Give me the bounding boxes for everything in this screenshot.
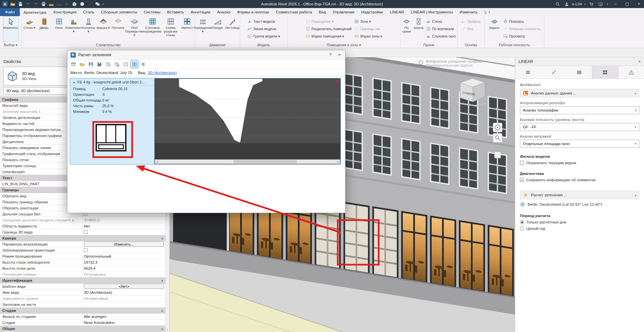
save-as-button[interactable] <box>96 60 104 68</box>
tab-вид[interactable]: Вид <box>315 8 329 16</box>
qat-customize-caret-icon[interactable]: ▾ <box>102 3 104 6</box>
linear-tab-warnings[interactable] <box>619 66 644 78</box>
ribbon-button-zone[interactable]: Зона ▾ <box>353 18 383 25</box>
ribbon-button-curtain-grid[interactable]: Схема разрезки стены <box>162 16 180 41</box>
tab-linear-|-инструменты[interactable]: LINEAR | Инструменты <box>408 8 457 16</box>
radio-row[interactable]: Целый год <box>520 226 639 230</box>
close-button[interactable]: × <box>634 0 644 8</box>
checkbox[interactable] <box>520 161 524 165</box>
collapse-icon[interactable]: ▲ <box>72 80 75 84</box>
checkbox[interactable]: ✓ <box>520 178 524 182</box>
user-menu-caret-icon[interactable]: ▾ <box>584 3 586 6</box>
ribbon-button-door[interactable]: Дверь <box>37 16 52 41</box>
print-button[interactable] <box>40 1 47 7</box>
ribbon-button-column[interactable]: Колонна ▾ <box>81 16 96 41</box>
settings-button[interactable] <box>139 60 147 68</box>
dimension-button[interactable] <box>55 1 63 7</box>
ribbon-button-ramp[interactable]: Пандус <box>210 16 225 41</box>
ribbon-button-show-plane[interactable]: Показать <box>502 18 542 25</box>
ribbon-button-room-separator[interactable]: Разделитель помещений <box>304 25 353 32</box>
ribbon-button-ceiling[interactable]: Потолок <box>111 16 125 41</box>
property-value[interactable]: Alle anzeigen <box>82 314 165 319</box>
property-category[interactable]: Камера▴ <box>0 235 165 241</box>
help-icon[interactable]: ? <box>597 1 604 7</box>
dropdown[interactable]: Анализ топографии▾ <box>520 106 639 114</box>
chart-scroll-thumb[interactable] <box>233 160 297 163</box>
property-value[interactable]: <Нет> <box>82 283 165 289</box>
property-value[interactable]: Neue Konstruktion <box>82 320 165 325</box>
ribbon-button-railing[interactable]: Ограждение ▾ <box>196 16 210 41</box>
collapse-icon[interactable]: ▴ <box>161 309 163 312</box>
ribbon-button-shaft[interactable]: Шахта <box>413 16 425 41</box>
linear-tab-edit[interactable] <box>541 66 566 78</box>
redo-button[interactable] <box>32 1 40 7</box>
open-button[interactable] <box>9 1 16 7</box>
delete-result-button[interactable] <box>113 60 121 68</box>
scroll-left-icon[interactable]: ◂ <box>155 160 159 163</box>
property-value[interactable] <box>82 229 165 235</box>
tab-управление[interactable]: Управление <box>329 8 358 16</box>
ribbon-button-dormer[interactable]: Слуховое окно <box>425 32 457 40</box>
radio[interactable] <box>520 226 524 230</box>
section-building-data-analysis[interactable]: Анализ данных здания ...▴ <box>520 89 639 97</box>
selection-options[interactable]: ▾ <box>481 8 493 16</box>
panel-caption-0[interactable]: Выбор ▾ <box>0 42 21 48</box>
tab-вставить[interactable]: Вставить <box>164 8 187 16</box>
ribbon-button-set-plane[interactable]: Задать <box>487 16 502 41</box>
ribbon-button-room-tag[interactable]: Марка помещения ▾ <box>304 32 353 40</box>
minimize-button[interactable]: – <box>610 0 621 8</box>
ribbon-button-wall[interactable]: Стена ▾ <box>22 16 37 41</box>
ribbon-button-component[interactable]: Компонент ▾ <box>66 16 81 41</box>
collapse-icon[interactable]: ▴ <box>635 91 636 95</box>
linear-tab-analysis[interactable] <box>592 66 618 78</box>
panel-caption-3[interactable]: Модель <box>240 42 287 48</box>
ribbon-button-roof[interactable]: Крыша ▾ <box>96 16 111 41</box>
tab-совместная-работа[interactable]: Совместная работа <box>272 8 315 16</box>
dialog-close-button[interactable]: × <box>338 52 341 57</box>
restore-button[interactable]: ▢ <box>622 0 632 8</box>
property-value[interactable]: Ортогональный <box>82 253 165 259</box>
tab-сборные-элементы[interactable]: Сборные элементы <box>98 8 141 16</box>
measure-button[interactable] <box>48 1 55 7</box>
collapse-icon[interactable]: ▴ <box>161 327 163 330</box>
tab-архитектура[interactable]: Архитектура <box>20 8 50 16</box>
property-value[interactable] <box>82 247 165 253</box>
ribbon-button-curtain-wall[interactable]: Стеновое ограждение <box>144 16 162 41</box>
search-icon[interactable] <box>554 1 561 7</box>
panel-caption-7[interactable]: Рабочая плоскость <box>485 42 544 48</box>
tab-надстройки[interactable]: Надстройки <box>358 8 386 16</box>
tab-linear[interactable]: LINEAR <box>386 8 408 16</box>
linear-tab-columns[interactable] <box>567 66 592 78</box>
dropdown[interactable]: GF - FF▾ <box>520 123 639 131</box>
tab-формы-и-генплан[interactable]: Формы и генплан <box>234 8 272 16</box>
property-value[interactable]: 19732.3 <box>82 259 165 265</box>
property-value[interactable]: Изменить... <box>82 241 165 247</box>
layout-single-button[interactable] <box>122 60 130 68</box>
tab-file[interactable]: Файл <box>0 8 20 16</box>
property-button[interactable]: Изменить... <box>84 242 164 247</box>
ribbon-button-opening-face[interactable]: По грани <box>400 16 413 41</box>
tab-аннотации[interactable]: Аннотации <box>187 8 214 16</box>
ribbon-button-zone-tag[interactable]: Марка зоны ▾ <box>353 32 383 40</box>
ribbon-button-model-line[interactable]: Линия модели <box>246 25 281 32</box>
property-category[interactable]: Идентификация▴ <box>0 277 165 283</box>
ribbon-button-modify-cursor[interactable]: Изменить <box>3 16 18 41</box>
ribbon-button-floor[interactable]: Пол/Перекрытие ▾ <box>125 16 144 41</box>
radio[interactable] <box>520 220 524 224</box>
dialog-help-button[interactable]: ? <box>329 52 331 57</box>
checkbox-row[interactable]: ✓Сохранить информацию об элементах <box>520 178 639 182</box>
navigation-bar[interactable] <box>493 123 502 158</box>
cart-icon[interactable] <box>588 1 595 7</box>
tab-системы[interactable]: Системы <box>141 8 164 16</box>
user-icon[interactable] <box>563 1 571 7</box>
result-card[interactable]: ▲ FE 4 tlg - waagrecht geteilt und Oben … <box>70 78 341 164</box>
shading-chart[interactable]: ✕ ◂ ▸ <box>155 78 340 164</box>
ribbon-button-window[interactable]: Окно <box>52 16 66 41</box>
tab-конструкция[interactable]: Конструкция <box>50 8 79 16</box>
ribbon-button-viewer-box[interactable]: Просмотр <box>502 32 542 40</box>
scroll-right-icon[interactable]: ▸ <box>336 160 340 163</box>
collapse-icon[interactable]: ▴ <box>635 193 636 197</box>
linear-tab-menu[interactable] <box>515 66 541 78</box>
signed-in-user[interactable]: e-L04 <box>572 2 582 6</box>
checkbox[interactable] <box>84 230 88 234</box>
